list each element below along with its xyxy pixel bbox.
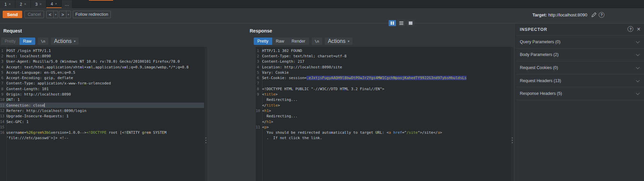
code-text: Redirecting...	[261, 114, 298, 118]
code-text: Vary: Cookie	[261, 70, 289, 75]
request-newline-toggle[interactable]: \n	[38, 38, 48, 45]
chevron-down-icon: ▾	[348, 40, 349, 43]
request-actions-button[interactable]: Actions ▾	[51, 38, 79, 45]
code-text: Content-Type: application/x-www-form-url…	[5, 81, 111, 85]
code-line: 5Vary: Cookie	[256, 70, 510, 75]
forward-button[interactable]: > ▾	[59, 11, 71, 18]
code-line: 2Content-Type: text/html; charset=utf-8	[256, 53, 510, 59]
tab-close-icon[interactable]: ×	[24, 2, 26, 6]
line-number: 1	[256, 49, 261, 53]
request-raw-button[interactable]: Raw	[19, 38, 35, 45]
repeater-tab-1[interactable]: 1 ×	[0, 0, 15, 8]
back-button[interactable]: < ▾	[46, 11, 58, 18]
send-button[interactable]: Send	[3, 11, 22, 18]
section-label: Body Parameters (2)	[520, 52, 558, 57]
repeater-tab-more[interactable]: ...	[62, 0, 72, 8]
repeater-tab-3[interactable]: 3 ×	[31, 0, 46, 8]
response-actions-button[interactable]: Actions ▾	[325, 38, 352, 45]
response-newline-toggle[interactable]: \n	[312, 38, 322, 45]
code-text: Redirecting...	[261, 98, 298, 102]
code-line: 4Location: http://localhost:8090/site	[256, 64, 510, 70]
code-line: 10<h1>	[256, 108, 510, 113]
tab-close-icon[interactable]: ×	[40, 2, 42, 6]
code-text: <h1>	[261, 109, 271, 113]
code-line: 15	[0, 124, 204, 130]
code-text: Connection: close	[5, 103, 45, 108]
response-panel-title: Response	[250, 28, 272, 34]
chevron-down-icon	[636, 65, 640, 69]
code-line: 5Accept-Language: en-US,en;q=0.5	[0, 70, 204, 75]
code-text: Content-Length: 101	[5, 87, 49, 91]
request-editor[interactable]: 1POST /login HTTP/1.12Host: localhost:80…	[0, 47, 207, 181]
line-number: 13	[0, 114, 5, 118]
section-label: Response Headers (5)	[520, 91, 562, 96]
response-pretty-button[interactable]: Pretty	[254, 38, 272, 45]
tab-label: 3	[35, 2, 38, 7]
view-rows-icon[interactable]	[398, 20, 405, 26]
line-number: 3	[256, 59, 261, 64]
forward-arrow-icon[interactable]: >	[59, 11, 66, 18]
response-raw-button[interactable]: Raw	[272, 38, 288, 45]
inspector-header: INSPECTOR ? ✕	[516, 23, 644, 36]
line-number: 2	[256, 54, 261, 58]
code-text: </title>	[261, 103, 280, 108]
edit-target-pencil-icon[interactable]	[591, 11, 597, 18]
inspector-section-response-headers[interactable]: Response Headers (5)	[516, 87, 644, 100]
request-scrollbar[interactable]	[204, 47, 207, 181]
line-number: 8	[256, 87, 261, 91]
follow-redirection-button[interactable]: Follow redirection	[73, 11, 111, 18]
tab-close-icon[interactable]: ×	[9, 2, 11, 6]
code-text: </h1>	[261, 120, 273, 124]
repeater-tab-2[interactable]: 2 ×	[15, 0, 31, 8]
code-line: 11Connection: close	[0, 103, 204, 108]
section-label: Query Parameters (0)	[520, 40, 560, 44]
response-render-button[interactable]: Render	[288, 38, 309, 45]
code-line: 3User-Agent: Mozilla/5.0 (Windows NT 10.…	[0, 59, 204, 64]
code-line: 13Upgrade-Insecure-Requests: 1	[0, 114, 204, 119]
line-number: 6	[0, 76, 5, 80]
chevron-down-icon	[636, 78, 640, 82]
view-columns-icon[interactable]	[389, 20, 396, 26]
cancel-button[interactable]: Cancel	[24, 11, 44, 18]
tab-label: 1	[4, 2, 7, 7]
code-text: Upgrade-Insecure-Requests: 1	[5, 114, 68, 118]
code-line: 3Content-Length: 217	[256, 59, 510, 64]
repeater-tab-4-active[interactable]: 4 ×	[46, 0, 62, 8]
tab-close-icon[interactable]: ×	[55, 2, 57, 6]
response-editor[interactable]: 1HTTP/1.1 302 FOUND2Content-Type: text/h…	[256, 47, 513, 181]
view-single-icon[interactable]	[407, 20, 414, 26]
scrollbar-grip[interactable]	[512, 137, 513, 143]
request-pretty-button[interactable]: Pretty	[1, 38, 19, 45]
target-area: Target: http://localhost:8090 ?	[533, 11, 604, 19]
code-line: 12Referer: http://localhost:8090/login	[0, 108, 204, 113]
code-text: Location: http://localhost:8090/site	[261, 65, 342, 69]
inspector-section-request-headers[interactable]: Request Headers (13)	[516, 74, 644, 87]
code-line: 10DNT: 1	[0, 97, 204, 103]
back-dropdown-icon[interactable]: ▾	[53, 11, 58, 18]
request-panel-title: Request	[3, 28, 22, 34]
line-number: 11	[0, 103, 5, 108]
code-line: 7	[256, 81, 510, 86]
inspector-section-query-parameters[interactable]: Query Parameters (0)	[516, 36, 644, 49]
line-number: 5	[256, 70, 261, 75]
inspector-section-body-parameters[interactable]: Body Parameters (2)	[516, 49, 644, 62]
back-arrow-icon[interactable]: <	[47, 11, 53, 18]
help-icon[interactable]: ?	[599, 12, 604, 18]
response-scrollbar[interactable]	[511, 47, 513, 181]
tab-label: 2	[20, 2, 22, 7]
section-label: Request Cookies (0)	[520, 65, 558, 70]
code-text: <p>	[261, 125, 269, 129]
target-label: Target:	[533, 12, 547, 17]
inspector-help-icon[interactable]: ?	[628, 26, 633, 32]
forward-dropdown-icon[interactable]: ▾	[66, 11, 70, 18]
inspector-close-icon[interactable]: ✕	[637, 26, 641, 32]
code-text: POST /login HTTP/1.1	[5, 49, 51, 53]
chevron-down-icon	[636, 91, 640, 95]
line-number: 2	[0, 54, 5, 58]
scrollbar-grip[interactable]	[205, 137, 206, 143]
inspector-section-request-cookies[interactable]: Request Cookies (0)	[516, 61, 644, 74]
code-line: 9Origin: http://localhost:8090	[0, 92, 204, 97]
code-text: . If not click the link.	[261, 136, 322, 140]
code-line: 1HTTP/1.1 302 FOUND	[256, 48, 510, 53]
repeater-tab-strip: 1 × 2 × 3 × 4 × ...	[0, 0, 644, 8]
